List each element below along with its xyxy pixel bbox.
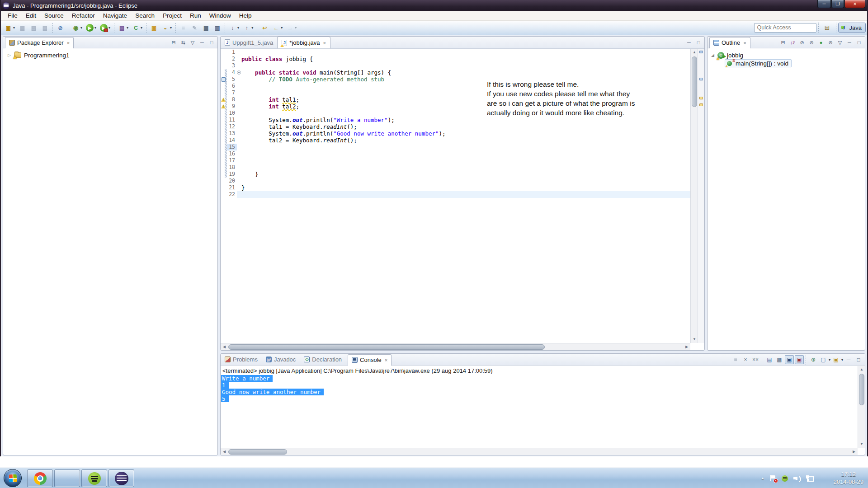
hide-static-members-button[interactable]: ⊘	[807, 38, 816, 47]
menu-edit[interactable]: Edit	[22, 11, 40, 20]
tray-network-icon[interactable]	[806, 475, 814, 482]
minimize-button[interactable]: ─	[845, 38, 854, 47]
dropdown-arrow-icon[interactable]: ▾	[829, 358, 830, 362]
overview-ruler[interactable]	[698, 49, 704, 343]
scrollbar-thumb[interactable]	[228, 449, 287, 455]
taskbar-clock[interactable]: 17:12 2014-08-29	[834, 470, 864, 486]
collapse-all-button[interactable]: ⊟	[170, 38, 178, 47]
new-wizard-button[interactable]: ▣▾	[3, 23, 16, 33]
dropdown-arrow-icon[interactable]: ▾	[127, 26, 128, 30]
dropdown-arrow-icon[interactable]: ▾	[295, 26, 297, 30]
pin-console-button[interactable]: ⊕	[809, 355, 818, 364]
scrollbar-thumb[interactable]	[228, 344, 545, 350]
editor-horizontal-scrollbar[interactable]: ◀ ▶	[221, 343, 690, 350]
menu-file[interactable]: File	[4, 11, 22, 20]
back-button[interactable]: ←▾	[271, 23, 284, 33]
start-button[interactable]	[4, 469, 22, 487]
dropdown-arrow-icon[interactable]: ▾	[141, 26, 142, 30]
taskbar-spotify-button[interactable]	[81, 469, 107, 487]
maximize-button[interactable]: ❐	[831, 0, 844, 8]
console-horizontal-scrollbar[interactable]: ◀ ▶	[221, 448, 858, 455]
external-tools-button[interactable]: ▶▾	[99, 23, 112, 33]
scroll-right-icon[interactable]: ▶	[850, 448, 858, 455]
scroll-up-icon[interactable]: ▲	[858, 366, 865, 373]
maximize-button[interactable]: □	[855, 38, 863, 47]
remove-all-terminated-button[interactable]: ××	[751, 355, 760, 364]
tab-package-explorer[interactable]: Package Explorer ×	[5, 37, 74, 48]
warning-icon[interactable]	[221, 98, 226, 102]
code-line-12[interactable]: 12 tal1 = Keyboard.readInt();	[221, 123, 691, 130]
code-line-14[interactable]: 14 tal2 = Keyboard.readInt();	[221, 137, 691, 144]
dropdown-arrow-icon[interactable]: ▾	[281, 26, 283, 30]
expander-icon[interactable]: ▷	[8, 53, 12, 57]
tab-problems[interactable]: Problems	[221, 354, 262, 366]
close-icon[interactable]: ×	[67, 40, 70, 46]
collapse-all-button[interactable]: ⊟	[779, 38, 787, 47]
code-line-4[interactable]: 4− public static void main(String[] args…	[221, 69, 691, 76]
dropdown-arrow-icon[interactable]: ▾	[108, 26, 110, 30]
tab-console[interactable]: Console×	[348, 354, 392, 366]
code-line-17[interactable]: 17	[221, 157, 691, 164]
code-line-11[interactable]: 11 System.out.println("Write a number");	[221, 117, 691, 123]
code-line-21[interactable]: 21}	[221, 184, 691, 191]
dropdown-arrow-icon[interactable]: ▾	[94, 26, 96, 30]
scroll-up-icon[interactable]: ▲	[691, 49, 698, 56]
warning-icon[interactable]	[221, 104, 226, 108]
show-whitespace-button[interactable]: ▦	[201, 23, 211, 33]
dropdown-arrow-icon[interactable]: ▾	[251, 26, 253, 30]
show-stdout-button[interactable]: ▣	[785, 355, 794, 364]
expander-icon[interactable]: ◢	[711, 53, 716, 57]
editor-vertical-scrollbar[interactable]: ▲ ▼	[690, 49, 698, 343]
minimize-button[interactable]: ─	[844, 355, 853, 364]
new-java-project-button[interactable]: ▤▾	[117, 23, 130, 33]
scroll-left-icon[interactable]: ◀	[221, 343, 228, 350]
close-button[interactable]: ×	[844, 0, 865, 8]
tray-volume-icon[interactable]	[793, 475, 801, 481]
open-task-button[interactable]: ▣	[149, 23, 159, 33]
clear-console-button[interactable]: ▤	[765, 355, 774, 364]
taskbar-explorer-button[interactable]	[54, 469, 80, 487]
dropdown-arrow-icon[interactable]: ▾	[841, 358, 843, 362]
sort-button[interactable]: ↓z	[788, 38, 797, 47]
search-button[interactable]: ◒▾	[160, 23, 173, 33]
maximize-button[interactable]: □	[208, 38, 216, 47]
tray-spotify-icon[interactable]	[782, 475, 788, 482]
tab-declaration[interactable]: ◇Declaration	[300, 354, 346, 366]
menu-search[interactable]: Search	[131, 11, 159, 20]
hide-non-public-button[interactable]: ●	[817, 38, 825, 47]
new-java-class-button[interactable]: C▾	[131, 23, 144, 33]
overview-warning-marker[interactable]	[699, 97, 703, 99]
console-output[interactable]: Write a number1Good now write another nu…	[221, 375, 865, 402]
code-line-16[interactable]: 16	[221, 150, 691, 157]
tab-javadoc[interactable]: @Javadoc	[262, 354, 300, 366]
scroll-down-icon[interactable]: ▼	[858, 441, 865, 448]
scroll-down-icon[interactable]: ▼	[691, 336, 698, 343]
view-menu-button[interactable]: ▽	[836, 38, 844, 47]
editor-tab--jobbig-java[interactable]: J*jobbig.java×	[277, 37, 330, 48]
scrollbar-thumb[interactable]	[859, 374, 864, 405]
code-line-20[interactable]: 20	[221, 178, 691, 184]
hide-local-types-button[interactable]: ⊘	[826, 38, 835, 47]
prev-annotation-button[interactable]: ↑▾	[241, 23, 255, 33]
display-selected-console-button[interactable]: ▢	[819, 355, 828, 364]
close-icon[interactable]: ×	[323, 40, 326, 46]
tree-item-programmering1[interactable]: ▷ Programmering1	[3, 51, 217, 59]
menu-source[interactable]: Source	[40, 11, 68, 20]
scroll-left-icon[interactable]: ◀	[221, 448, 228, 455]
code-line-13[interactable]: 13 System.out.println("Good now write an…	[221, 130, 691, 137]
hide-fields-button[interactable]: ⊘	[798, 38, 806, 47]
debug-button[interactable]: ◉▾	[71, 23, 84, 33]
remove-launch-button[interactable]: ×	[741, 355, 750, 364]
tray-action-center-icon[interactable]: ×	[770, 475, 776, 482]
show-stderr-button[interactable]: ▣	[795, 355, 804, 364]
close-icon[interactable]: ×	[385, 357, 387, 363]
collapse-icon[interactable]: −	[237, 70, 241, 75]
maximize-button[interactable]: □	[694, 38, 703, 47]
outline-item-method[interactable]: S main(String[]) : void	[708, 59, 865, 67]
run-button[interactable]: ▶▾	[85, 23, 98, 33]
outline-item-class[interactable]: ◢ C jobbig	[708, 51, 865, 59]
code-line-19[interactable]: 19 }	[221, 171, 691, 178]
dropdown-arrow-icon[interactable]: ▾	[170, 26, 172, 30]
console-vertical-scrollbar[interactable]: ▲ ▼	[858, 366, 865, 448]
java-perspective-button[interactable]: J Java	[838, 23, 866, 33]
